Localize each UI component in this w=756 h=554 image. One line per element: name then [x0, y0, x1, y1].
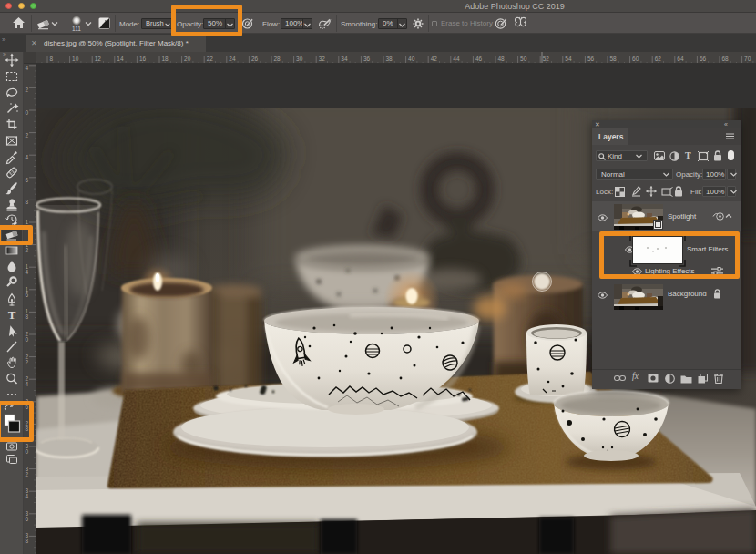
svg-text:46: 46 — [475, 56, 483, 62]
svg-text:48: 48 — [498, 56, 506, 62]
svg-text:0: 0 — [26, 109, 29, 116]
svg-text:44: 44 — [453, 56, 460, 62]
svg-text:T: T — [8, 308, 16, 322]
svg-text:40: 40 — [408, 56, 415, 62]
svg-text:42: 42 — [431, 56, 438, 62]
svg-text:0: 0 — [26, 336, 29, 343]
svg-text:8: 8 — [26, 538, 29, 544]
svg-text:54: 54 — [565, 56, 572, 62]
svg-text:4: 4 — [26, 269, 29, 275]
svg-text:4: 4 — [26, 381, 29, 387]
svg-text:20: 20 — [184, 56, 191, 62]
svg-text:12: 12 — [95, 56, 102, 62]
svg-text:62: 62 — [655, 56, 662, 62]
svg-text:52: 52 — [543, 56, 550, 62]
svg-text:6: 6 — [26, 516, 29, 522]
svg-text:2: 2 — [26, 359, 29, 365]
svg-text:32: 32 — [319, 56, 326, 62]
svg-text:0: 0 — [26, 448, 29, 455]
svg-text:4: 4 — [26, 154, 29, 160]
svg-text:36: 36 — [363, 56, 371, 62]
svg-text:58: 58 — [610, 56, 618, 62]
svg-text:14: 14 — [117, 56, 124, 62]
svg-text:68: 68 — [722, 56, 730, 62]
svg-text:56: 56 — [587, 56, 595, 62]
svg-text:18: 18 — [162, 56, 169, 62]
svg-text:64: 64 — [677, 56, 684, 62]
svg-text:6: 6 — [26, 177, 29, 183]
svg-text:8: 8 — [26, 199, 29, 205]
svg-text:34: 34 — [341, 56, 348, 62]
svg-text:38: 38 — [386, 56, 393, 62]
svg-text:66: 66 — [700, 56, 707, 62]
svg-text:30: 30 — [296, 56, 303, 62]
svg-text:»: » — [3, 52, 6, 57]
svg-text:28: 28 — [274, 56, 281, 62]
svg-text:50: 50 — [520, 56, 527, 62]
svg-text:6: 6 — [26, 292, 29, 298]
svg-text:60: 60 — [632, 56, 639, 62]
svg-text:16: 16 — [139, 56, 147, 62]
svg-text:8: 8 — [50, 56, 54, 62]
svg-text:4: 4 — [26, 65, 29, 71]
svg-text:4: 4 — [26, 493, 29, 499]
svg-text:24: 24 — [229, 56, 236, 62]
svg-text:8: 8 — [26, 313, 29, 320]
svg-text:10: 10 — [72, 56, 79, 62]
svg-text:70: 70 — [744, 56, 751, 62]
svg-text:2: 2 — [26, 87, 29, 93]
svg-text:2: 2 — [26, 132, 29, 138]
svg-text:22: 22 — [207, 56, 214, 62]
svg-text:2: 2 — [26, 471, 29, 477]
svg-text:2: 2 — [26, 247, 29, 253]
svg-text:26: 26 — [251, 56, 259, 62]
